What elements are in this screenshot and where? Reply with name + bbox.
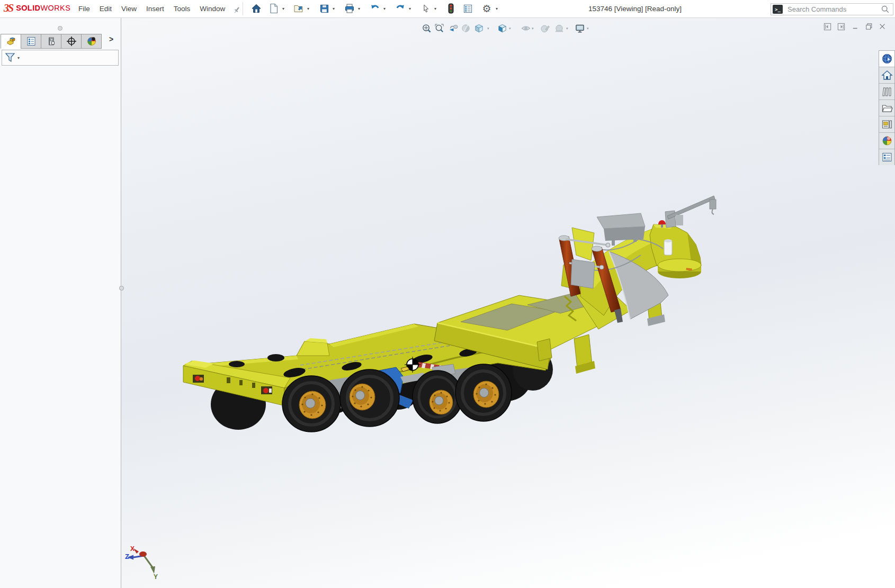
tab-propertymanager[interactable] (21, 34, 41, 49)
solidworks-wordmark: SOLIDWORKS (16, 4, 70, 12)
open-button[interactable] (293, 3, 305, 14)
menu-file[interactable]: File (74, 0, 95, 17)
triad-x-label: X (130, 545, 135, 553)
pin-menu-icon[interactable] (231, 4, 243, 16)
menu-insert[interactable]: Insert (141, 0, 169, 17)
select-button[interactable] (420, 3, 432, 14)
open-dropdown[interactable]: ▾ (305, 6, 311, 12)
hide-show-dropdown[interactable]: ▾ (532, 26, 536, 31)
taskpane-view-palette-button[interactable] (879, 116, 894, 133)
graphics-viewport[interactable]: X Z Y ▾ ▾ ▾ (121, 18, 895, 588)
menu-bar: 3S SOLIDWORKS File Edit View Insert Tool… (0, 0, 895, 18)
model-trailer: X Z Y (121, 18, 895, 588)
tree-filter-box[interactable]: ▾ (2, 50, 119, 66)
edit-appearance-icon[interactable] (540, 23, 550, 33)
filter-funnel-icon[interactable] (4, 51, 16, 64)
search-icon[interactable] (881, 5, 890, 14)
zoom-to-fit-icon[interactable] (421, 23, 432, 33)
taskpane-appearances-button[interactable] (879, 133, 894, 149)
command-prompt-icon: >_ (773, 5, 783, 14)
task-pane-bar (879, 50, 895, 165)
panel-tab-bar (1, 34, 102, 49)
orientation-triad: X Z Y (125, 545, 158, 581)
hide-show-items-icon[interactable] (521, 23, 531, 33)
view-orientation-dropdown[interactable]: ▾ (487, 26, 491, 31)
search-input[interactable]: Search Commands (787, 5, 881, 13)
tab-featuremanager-design-tree[interactable] (1, 34, 21, 49)
undo-button[interactable] (369, 3, 381, 14)
taskpane-home-button[interactable] (879, 67, 894, 84)
tab-dimxpertmanager[interactable] (61, 34, 82, 49)
wordmark-light: WORKS (40, 4, 70, 12)
new-document-dropdown[interactable]: ▾ (280, 6, 287, 12)
settings-dropdown[interactable]: ▾ (494, 6, 500, 12)
taskpane-custom-properties-button[interactable] (879, 149, 894, 165)
display-style-dropdown[interactable]: ▾ (509, 26, 513, 31)
headsup-view-toolbar: ▾ ▾ ▾ ▾ ▾ (420, 22, 600, 35)
window-controls (823, 22, 892, 33)
pane-previous-button[interactable] (823, 22, 831, 31)
print-dropdown[interactable]: ▾ (356, 6, 362, 12)
apply-scene-icon[interactable] (554, 23, 565, 33)
redo-dropdown[interactable]: ▾ (407, 6, 413, 12)
solidworks-logo: 3S SOLIDWORKS (4, 3, 70, 13)
document-title: 153746 [Viewing] [Read-only] (588, 0, 682, 17)
taskpane-3dexperience-button[interactable] (879, 51, 894, 67)
save-button[interactable] (318, 3, 330, 14)
options-list-icon[interactable] (462, 3, 473, 14)
select-dropdown[interactable]: ▾ (432, 6, 438, 12)
toolbar-separator (243, 2, 243, 15)
tab-expand-chevron[interactable]: > (109, 35, 113, 43)
settings-gear-icon[interactable]: ⚙ (481, 3, 493, 14)
pane-next-button[interactable] (837, 22, 845, 31)
new-document-button[interactable] (268, 3, 280, 14)
minimize-button[interactable] (852, 22, 860, 31)
triad-z-label: Z (125, 553, 129, 560)
solidworks-logo-icon: 3S (4, 3, 13, 13)
close-button[interactable] (878, 22, 887, 31)
xpress-tools-icon[interactable] (445, 3, 457, 14)
redo-button[interactable] (395, 3, 406, 14)
zoom-to-area-icon[interactable] (434, 23, 444, 33)
triad-y-label: Y (154, 573, 158, 581)
previous-view-icon[interactable] (448, 23, 459, 33)
home-button[interactable] (250, 3, 262, 14)
view-orientation-icon[interactable] (473, 23, 484, 33)
wordmark-bold: SOLID (16, 4, 40, 12)
menu-view[interactable]: View (117, 0, 141, 17)
menu-tools[interactable]: Tools (169, 0, 195, 17)
print-button[interactable] (344, 3, 355, 14)
search-commands-box[interactable]: >_ Search Commands (771, 3, 893, 15)
display-style-icon[interactable] (497, 23, 507, 33)
menu-window[interactable]: Window (195, 0, 230, 17)
panel-splitter-handle-horizontal[interactable] (58, 26, 62, 31)
apply-scene-dropdown[interactable]: ▾ (566, 26, 570, 31)
filter-dropdown[interactable]: ▾ (17, 56, 20, 60)
restore-button[interactable] (865, 22, 873, 31)
panel-splitter-handle-vertical[interactable] (119, 286, 124, 291)
taskpane-design-library-button[interactable] (879, 84, 894, 100)
undo-dropdown[interactable]: ▾ (381, 6, 388, 12)
tab-displaymanager[interactable] (81, 34, 102, 49)
menu-edit[interactable]: Edit (95, 0, 117, 17)
taskpane-file-explorer-button[interactable] (879, 100, 894, 116)
menu-items: File Edit View Insert Tools Window (74, 0, 230, 17)
tab-configurationmanager[interactable] (41, 34, 61, 49)
save-dropdown[interactable]: ▾ (330, 6, 337, 12)
view-settings-dropdown[interactable]: ▾ (587, 26, 591, 31)
section-view-icon[interactable] (460, 23, 471, 33)
feature-manager-panel: > ▾ (0, 18, 121, 588)
view-settings-icon[interactable] (575, 23, 585, 33)
